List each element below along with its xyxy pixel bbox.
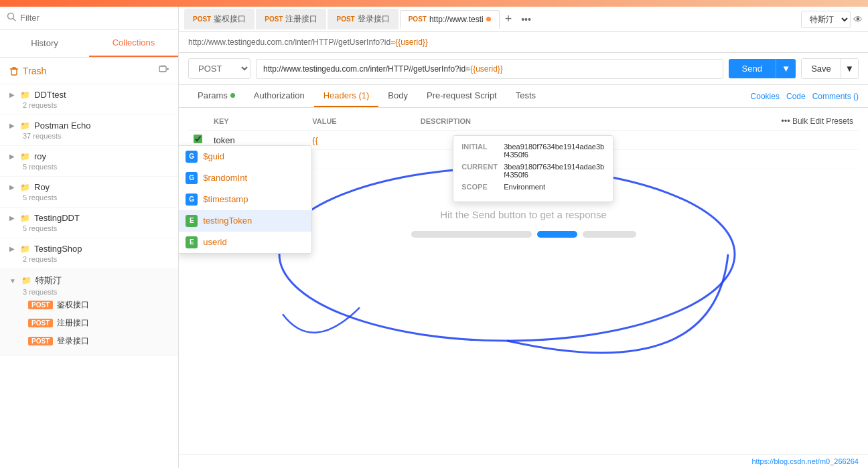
params-dot: [230, 93, 235, 98]
value-cell[interactable]: {{ G $guid G: [307, 131, 415, 150]
e-badge: E: [186, 236, 198, 248]
folder-icon: 📁: [20, 90, 30, 100]
e-badge: E: [186, 215, 198, 227]
save-dropdown-button[interactable]: ▼: [841, 58, 859, 79]
col-checkbox: [188, 112, 208, 131]
svg-rect-2: [11, 69, 17, 75]
code-link[interactable]: Code: [786, 92, 806, 101]
new-tab-button[interactable]: +: [501, 12, 516, 26]
bulk-edit-button[interactable]: Bulk Edit: [792, 116, 824, 126]
trash-icon: [9, 66, 19, 76]
autocomplete-container: {{ G $guid G: [312, 135, 410, 145]
save-btn-group: Save ▼: [801, 58, 859, 79]
autocomplete-item-guid[interactable]: G $guid: [179, 146, 311, 167]
tab-history[interactable]: History: [0, 29, 89, 57]
top-bar: [0, 0, 868, 7]
tab-collections[interactable]: Collections: [89, 29, 178, 57]
environment-dropdown[interactable]: 特斯汀: [801, 11, 851, 28]
tab-body[interactable]: Body: [378, 85, 417, 107]
g-badge: G: [186, 172, 198, 184]
status-link[interactable]: https://blog.csdn.net/m0_266264: [751, 457, 859, 465]
list-item[interactable]: POST 注册接口: [28, 314, 169, 332]
cookies-link[interactable]: Cookies: [751, 92, 780, 101]
url-display[interactable]: http://www.testingedu.com.cn/inter/HTTP/…: [256, 59, 723, 79]
sidebar: History Collections Trash: [0, 7, 179, 468]
nav-tab-right: Cookies Code Comments (): [751, 92, 859, 101]
token-value: {{: [312, 135, 318, 145]
folder-icon: 📁: [20, 214, 30, 223]
value-placeholder-cell[interactable]: [307, 150, 415, 169]
more-button[interactable]: •••: [781, 116, 790, 126]
row-checkbox[interactable]: [194, 135, 202, 143]
g-badge: G: [186, 151, 198, 163]
main-wrapper: POST 鉴权接口 POST 注册接口 POST 登录接口 POST http:…: [179, 7, 868, 468]
svg-rect-7: [159, 66, 166, 72]
tabs-more-button[interactable]: •••: [517, 14, 535, 25]
list-item[interactable]: ▶ 📁 roy 5 requests: [0, 146, 178, 177]
folder-icon: 📁: [20, 244, 30, 254]
request-tabs-nav: Params Authorization Headers (1) Body Pr…: [179, 85, 868, 108]
folder-icon: 📁: [20, 183, 30, 192]
status-bar: https://blog.csdn.net/m0_266264: [179, 454, 868, 468]
search-icon: [7, 12, 16, 23]
chevron-down-icon: ▼: [9, 277, 16, 285]
tab-jiaquanjiekou[interactable]: POST 鉴权接口: [184, 9, 255, 29]
autocomplete-item-userid[interactable]: E userid: [179, 232, 311, 253]
list-item[interactable]: ▶ 📁 TestingDDT 5 requests: [0, 208, 178, 238]
sidebar-search-bar: [0, 7, 178, 29]
send-button[interactable]: Send: [729, 59, 776, 78]
svg-line-1: [13, 19, 16, 21]
g-badge: G: [186, 193, 198, 206]
autocomplete-item-timestamp[interactable]: G $timestamp: [179, 189, 311, 210]
col-value-header: VALUE: [307, 112, 415, 131]
comments-link[interactable]: Comments (): [812, 92, 859, 101]
folder-icon: 📁: [20, 152, 30, 161]
request-bar: POST GET PUT DELETE http://www.testinged…: [179, 53, 868, 85]
list-item[interactable]: ▶ 📁 TestingShop 2 requests: [0, 238, 178, 269]
method-select[interactable]: POST GET PUT DELETE: [188, 58, 250, 79]
list-item[interactable]: ▶ 📁 Roy 5 requests: [0, 177, 178, 208]
list-item[interactable]: POST 登录接口: [28, 332, 169, 350]
tab-authorization[interactable]: Authorization: [244, 85, 314, 107]
tab-dengjujiekou[interactable]: POST 登录接口: [328, 9, 398, 29]
new-collection-btn[interactable]: [158, 64, 169, 77]
chevron-right-icon: ▶: [9, 214, 15, 222]
presets-button[interactable]: Presets: [826, 116, 853, 126]
skeleton-bar: [537, 231, 577, 238]
list-item[interactable]: ▶ 📁 DDTtest 2 requests: [0, 84, 178, 115]
autocomplete-item-randomint[interactable]: G $randomInt: [179, 167, 311, 189]
tabs-bar: POST 鉴权接口 POST 注册接口 POST 登录接口 POST http:…: [179, 7, 868, 32]
tab-headers[interactable]: Headers (1): [314, 85, 379, 107]
filter-input[interactable]: [20, 13, 171, 23]
autocomplete-dropdown: G $guid G $randomInt G: [179, 145, 312, 254]
send-dropdown-button[interactable]: ▼: [776, 59, 796, 78]
tab-tests[interactable]: Tests: [506, 85, 545, 107]
trash-label[interactable]: Trash: [9, 66, 46, 76]
chevron-right-icon: ▶: [9, 183, 15, 191]
chevron-right-icon: ▶: [9, 91, 15, 98]
env-eye-button[interactable]: 👁: [853, 14, 863, 25]
send-btn-group: Send ▼: [729, 59, 796, 78]
list-item[interactable]: ▼ 📁 特斯汀 3 requests POST 鉴权接口 POST 注册接口: [0, 269, 178, 356]
variable-tooltip: INITIAL 3bea9180f7634be1914adae3bf4350f6…: [453, 135, 613, 202]
chevron-right-icon: ▶: [9, 245, 15, 252]
tab-active-url[interactable]: POST http://www.testi: [400, 10, 500, 29]
save-button[interactable]: Save: [801, 58, 841, 79]
chevron-right-icon: ▶: [9, 122, 15, 129]
chevron-right-icon: ▶: [9, 153, 15, 160]
tab-pre-request-script[interactable]: Pre-request Script: [417, 85, 506, 107]
env-selector: 特斯汀 👁: [801, 11, 863, 28]
sidebar-tabs: History Collections: [0, 29, 178, 58]
list-item[interactable]: ▶ 📁 Postman Echo 37 requests: [0, 115, 178, 146]
folder-icon: 📁: [21, 276, 31, 285]
col-desc-header: DESCRIPTION: [415, 112, 603, 131]
table-row: token {{ G $guid: [188, 131, 859, 150]
skeleton-bar: [411, 231, 532, 238]
autocomplete-item-testingtoken[interactable]: E testingToken: [179, 210, 311, 232]
col-key-header: KEY: [208, 112, 307, 131]
tab-zhucejiekou[interactable]: POST 注册接口: [256, 9, 326, 29]
sub-requests: POST 鉴权接口 POST 注册接口 POST 登录接口: [9, 296, 169, 350]
list-item[interactable]: POST 鉴权接口: [28, 296, 169, 314]
trash-row: Trash: [0, 58, 178, 84]
tab-params[interactable]: Params: [188, 85, 244, 107]
